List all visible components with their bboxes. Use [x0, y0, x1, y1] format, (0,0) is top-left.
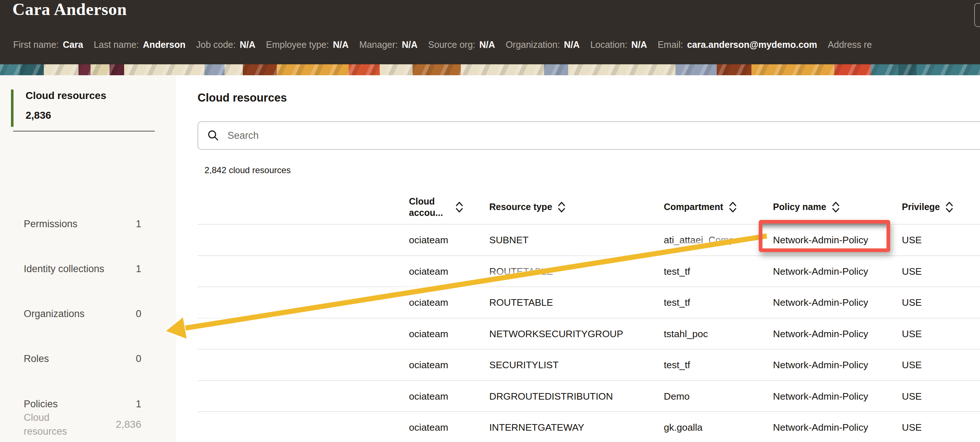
sidebar-item-identity-collections[interactable]: Identity collections1 [24, 262, 141, 276]
table-cell: INTERNETGATEWAY [489, 412, 584, 442]
table-cell: USE [902, 412, 922, 442]
section-title: Cloud resources [197, 91, 287, 104]
result-count: 2,842 cloud resources [204, 165, 291, 176]
sidebar-item-cloud-resources-count: 2,836 [25, 110, 51, 121]
table-cell: USE [902, 381, 922, 412]
table-row[interactable]: ociateamROUTETABLEtest_tfNetwork-Admin-P… [197, 255, 980, 287]
column-header-privilege[interactable]: Privilege [902, 190, 954, 224]
table-cell: USE [902, 287, 922, 318]
count-badge: 0 [136, 308, 141, 320]
profile-header: Cara Anderson First name:Cara Last name:… [0, 0, 980, 64]
table-cell: ociateam [409, 225, 449, 256]
decorative-banner [0, 64, 980, 75]
sort-icon[interactable] [729, 201, 737, 214]
column-header-resource-type[interactable]: Resource type [489, 190, 566, 224]
table-row[interactable]: ociateamNETWORKSECURITYGROUPtstahl_pocNe… [197, 318, 980, 349]
count-badge: 1 [136, 399, 141, 410]
field-source-org: Source org:N/A [428, 40, 495, 50]
table-cell: NETWORKSECURITYGROUP [489, 319, 623, 349]
field-employee-type: Employee type:N/A [266, 40, 348, 50]
count-badge: 0 [136, 353, 141, 365]
sort-icon[interactable] [455, 201, 464, 214]
count-badge: 1 [136, 263, 141, 275]
table-cell: test_tf [664, 349, 690, 381]
table-cell: Demo [664, 381, 690, 412]
column-header-policy-name[interactable]: Policy name [773, 190, 840, 224]
field-address: Address re [828, 40, 872, 50]
search-icon [207, 129, 220, 142]
table-cell: SECURITYLIST [489, 349, 558, 381]
column-header-compartment[interactable]: Compartment [664, 190, 737, 224]
table-cell: Network-Admin-Policy [773, 349, 868, 381]
search-input[interactable] [227, 130, 922, 142]
sort-icon[interactable] [945, 201, 954, 214]
header-action-button-cutoff[interactable] [974, 3, 980, 27]
table-cell: Network-Admin-Policy [773, 256, 868, 287]
sidebar: Cloud resources 2,836 Permissions1 Ident… [0, 75, 176, 442]
column-header-cloud-account[interactable]: Cloud accou... [409, 190, 464, 224]
table-row[interactable]: ociateamROUTETABLEtest_tfNetwork-Admin-P… [197, 286, 980, 318]
search-box [197, 121, 980, 150]
table-cell: ociateam [409, 381, 449, 412]
table-cell: ociateam [409, 287, 449, 318]
sidebar-item-organizations[interactable]: Organizations0 [24, 307, 141, 321]
table-cell: USE [902, 349, 922, 381]
field-email: Email:cara.anderson@mydemo.com [658, 40, 817, 50]
profile-fields: First name:Cara Last name:Anderson Job c… [13, 40, 980, 50]
table-cell: DRGROUTEDISTRIBUTION [489, 381, 613, 412]
table-cell: ociateam [409, 349, 449, 381]
table-cell: gk.goalla [664, 412, 703, 442]
sidebar-item-cloud-resources-footer[interactable]: Cloud resources 2,836 [24, 410, 141, 438]
table-cell: tstahl_poc [664, 319, 708, 349]
field-first-name: First name:Cara [13, 40, 83, 50]
table-cell: Network-Admin-Policy [773, 319, 868, 349]
page-title: Cara Anderson [13, 0, 127, 19]
table-cell: ROUTETABLE [489, 256, 553, 287]
table-cell: Network-Admin-Policy [773, 412, 868, 442]
sidebar-item-roles[interactable]: Roles0 [24, 352, 141, 365]
table-cell: ociateam [409, 256, 449, 287]
page: Cara Anderson First name:Cara Last name:… [0, 0, 980, 442]
sidebar-item-cloud-resources-active[interactable]: Cloud resources [25, 90, 106, 102]
table-cell: test_tf [664, 256, 690, 287]
table-cell: SUBNET [489, 225, 529, 256]
table-cell: Network-Admin-Policy [773, 381, 868, 412]
sort-icon[interactable] [557, 201, 566, 214]
field-last-name: Last name:Anderson [94, 40, 186, 50]
table-row[interactable]: ociateamINTERNETGATEWAYgk.goallaNetwork-… [197, 411, 980, 442]
count-badge: 1 [136, 219, 141, 230]
table-cell: ROUTETABLE [489, 287, 553, 318]
sidebar-item-permissions[interactable]: Permissions1 [24, 217, 141, 231]
field-location: Location:N/A [590, 40, 648, 50]
count-badge: 2,836 [116, 419, 141, 430]
table-cell: USE [902, 225, 922, 256]
active-item-indicator [11, 89, 14, 127]
field-job-code: Job code:N/A [196, 40, 255, 50]
table-cell: USE [902, 256, 922, 287]
table-cell: ati_attaei_Comp [664, 225, 734, 256]
annotation-highlight-box [759, 220, 890, 252]
table-cell: USE [902, 319, 922, 349]
table-row[interactable]: ociateamSECURITYLISTtest_tfNetwork-Admin… [197, 349, 980, 381]
table-cell: test_tf [664, 287, 690, 318]
field-manager: Manager:N/A [359, 40, 418, 50]
sort-icon[interactable] [831, 201, 840, 214]
table-cell: Network-Admin-Policy [773, 287, 868, 318]
table-cell: ociateam [409, 319, 449, 349]
field-organization: Organization:N/A [506, 40, 580, 50]
sidebar-divider [13, 131, 155, 131]
table-row[interactable]: ociateamDRGROUTEDISTRIBUTIONDemoNetwork-… [197, 380, 980, 412]
sidebar-item-policies[interactable]: Policies1 [24, 397, 141, 411]
table-cell: ociateam [409, 412, 449, 442]
